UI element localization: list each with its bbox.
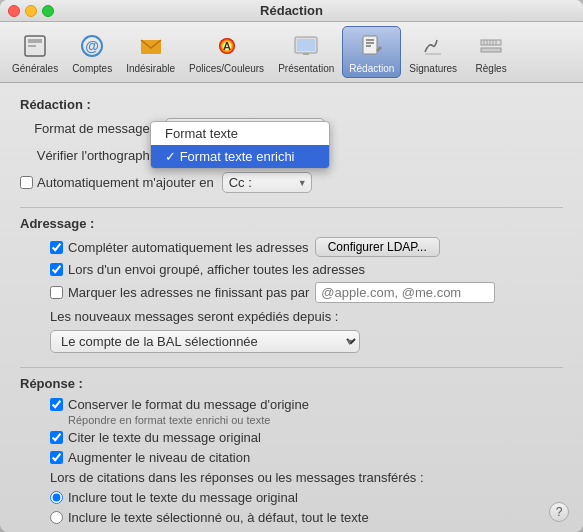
toolbar-item-generales[interactable]: Générales <box>6 27 64 77</box>
expedie-select[interactable]: Le compte de la BAL sélectionnée <box>50 330 360 353</box>
svg-rect-22 <box>481 48 501 52</box>
comptes-icon: @ <box>76 30 108 62</box>
citer-label: Citer le texte du message original <box>68 430 261 445</box>
auto-ajouter-checkbox[interactable] <box>20 176 33 189</box>
format-dropdown[interactable]: Format texte Format texte enrichi <box>150 121 330 169</box>
traffic-lights <box>8 5 54 17</box>
marquer-label: Marquer les adresses ne finissant pas pa… <box>68 285 309 300</box>
divider-2 <box>20 367 563 368</box>
regles-label: Règles <box>476 63 507 74</box>
divider-1 <box>20 207 563 208</box>
inclure-tout-radio[interactable] <box>50 491 63 504</box>
window-title: Rédaction <box>260 3 323 18</box>
marquer-checkbox[interactable] <box>50 286 63 299</box>
lors-label: Lors de citations dans les réponses ou l… <box>50 470 563 485</box>
maximize-button[interactable] <box>42 5 54 17</box>
regles-icon <box>475 30 507 62</box>
expedie-select-row: Le compte de la BAL sélectionnée <box>50 330 563 353</box>
indesirable-label: Indésirable <box>126 63 175 74</box>
conserver-label: Conserver le format du message d'origine <box>68 397 309 412</box>
redaction-icon <box>356 30 388 62</box>
auto-ajouter-select-wrapper[interactable]: Cc : <box>222 172 312 193</box>
inclure-tout-row: Inclure tout le texte du message origina… <box>50 490 563 505</box>
help-button[interactable]: ? <box>549 502 569 522</box>
reponse-section: Réponse : Conserver le format du message… <box>20 376 563 525</box>
comptes-label: Comptes <box>72 63 112 74</box>
redaction-label: Rédaction <box>349 63 394 74</box>
svg-rect-9 <box>297 39 315 51</box>
toolbar-item-signatures[interactable]: Signatures <box>403 27 463 77</box>
toolbar-item-comptes[interactable]: @ Comptes <box>66 27 118 77</box>
generales-label: Générales <box>12 63 58 74</box>
adressage-label: Adressage : <box>20 216 563 231</box>
groupes-label: Lors d'un envoi groupé, afficher toutes … <box>68 262 365 277</box>
auto-ajouter-label: Automatiquement m'ajouter en <box>37 175 214 190</box>
groupes-checkbox[interactable] <box>50 263 63 276</box>
minimize-button[interactable] <box>25 5 37 17</box>
title-bar: Rédaction <box>0 0 583 22</box>
orthographe-label: Vérifier l'orthographe <box>20 148 165 163</box>
toolbar-item-polices[interactable]: A Polices/Couleurs <box>183 27 270 77</box>
augmenter-checkbox[interactable] <box>50 451 63 464</box>
redaction-row: Rédaction : <box>20 97 563 112</box>
augmenter-row: Augmenter le niveau de citation <box>50 450 563 465</box>
generales-icon <box>19 30 51 62</box>
redaction-section-label: Rédaction : <box>20 97 99 112</box>
citer-row: Citer le texte du message original <box>50 430 563 445</box>
conserver-row: Conserver le format du message d'origine <box>50 397 563 412</box>
polices-label: Polices/Couleurs <box>189 63 264 74</box>
redaction-section: Rédaction : Format texte Format texte en… <box>20 97 563 193</box>
configurer-button[interactable]: Configurer LDAP... <box>315 237 440 257</box>
marquer-row: Marquer les adresses ne finissant pas pa… <box>50 282 563 303</box>
content-area: Rédaction : Format texte Format texte en… <box>0 83 583 532</box>
adressage-section: Adressage : Compléter automatiquement le… <box>20 216 563 353</box>
completer-label: Compléter automatiquement les adresses <box>68 240 309 255</box>
toolbar-item-redaction[interactable]: Rédaction <box>342 26 401 78</box>
dropdown-item-enrichi[interactable]: Format texte enrichi <box>151 145 329 168</box>
inclure-selectionne-label: Inclure le texte sélectionné ou, à défau… <box>68 510 369 525</box>
dropdown-item-texte[interactable]: Format texte <box>151 122 329 145</box>
presentation-label: Présentation <box>278 63 334 74</box>
completer-checkbox[interactable] <box>50 241 63 254</box>
toolbar-item-presentation[interactable]: Présentation <box>272 27 340 77</box>
signatures-icon <box>417 30 449 62</box>
repondre-sublabel: Répondre en format texte enrichi ou text… <box>68 414 563 426</box>
toolbar: Générales @ Comptes Indésirable A Police… <box>0 22 583 83</box>
conserver-checkbox[interactable] <box>50 398 63 411</box>
inclure-tout-label: Inclure tout le texte du message origina… <box>68 490 298 505</box>
reponse-label: Réponse : <box>20 376 563 391</box>
presentation-icon <box>290 30 322 62</box>
close-button[interactable] <box>8 5 20 17</box>
signatures-label: Signatures <box>409 63 457 74</box>
format-label: Format de message : <box>20 121 165 136</box>
window: Rédaction Générales @ Comptes Indésirabl… <box>0 0 583 532</box>
toolbar-item-regles[interactable]: Règles <box>465 27 517 77</box>
svg-rect-10 <box>303 53 309 55</box>
svg-rect-11 <box>363 36 377 54</box>
svg-text:A: A <box>223 40 231 52</box>
auto-ajouter-row: Automatiquement m'ajouter en Cc : <box>20 172 563 193</box>
polices-icon: A <box>211 30 243 62</box>
groupes-row: Lors d'un envoi groupé, afficher toutes … <box>50 262 563 277</box>
svg-rect-2 <box>28 45 36 47</box>
marquer-input[interactable] <box>315 282 495 303</box>
svg-text:@: @ <box>85 38 99 54</box>
expedie-label: Les nouveaux messages seront expédiés de… <box>50 309 563 324</box>
toolbar-item-indesirable[interactable]: Indésirable <box>120 27 181 77</box>
expedie-select-wrapper[interactable]: Le compte de la BAL sélectionnée <box>50 330 360 353</box>
inclure-selectionne-radio[interactable] <box>50 511 63 524</box>
indesirable-icon <box>135 30 167 62</box>
auto-ajouter-select[interactable]: Cc : <box>222 172 312 193</box>
inclure-selectionne-row: Inclure le texte sélectionné ou, à défau… <box>50 510 563 525</box>
citer-checkbox[interactable] <box>50 431 63 444</box>
completer-row: Compléter automatiquement les adresses C… <box>50 237 563 257</box>
svg-rect-1 <box>28 39 42 43</box>
augmenter-label: Augmenter le niveau de citation <box>68 450 250 465</box>
